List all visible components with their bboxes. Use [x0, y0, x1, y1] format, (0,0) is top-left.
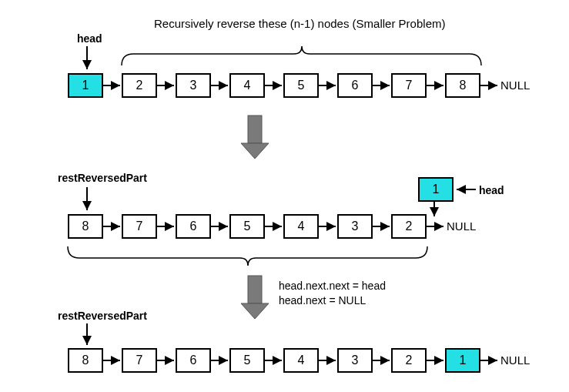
label-rest-reversed-part-bottom: restReversedPart: [58, 310, 147, 322]
row1-node-1: 2: [122, 73, 157, 98]
svg-marker-22: [241, 303, 269, 319]
row3-null: NULL: [500, 353, 530, 367]
svg-rect-21: [248, 276, 262, 303]
row3-node-3: 5: [229, 348, 265, 373]
row3-node-4: 4: [283, 348, 319, 373]
row2-node-4: 4: [283, 214, 319, 239]
row2-node-2: 6: [176, 214, 211, 239]
svg-rect-9: [248, 116, 262, 143]
row1-node-2: 3: [176, 73, 211, 98]
row1-node-3: 4: [229, 73, 265, 98]
row3-node-0: 8: [68, 348, 103, 373]
row2-node-1: 7: [122, 214, 157, 239]
row3-node-2: 6: [176, 348, 211, 373]
label-head-mid: head: [479, 184, 504, 196]
label-head-top: head: [77, 32, 102, 45]
row2-dangling-head-node: 1: [418, 177, 454, 202]
row1-node-7: 8: [445, 73, 480, 98]
row3-node-6: 2: [391, 348, 427, 373]
row3-node-7: 1: [445, 348, 480, 373]
row2-node-3: 5: [229, 214, 265, 239]
row2-node-5: 3: [337, 214, 373, 239]
code-block: head.next.next = head head.next = NULL: [279, 279, 386, 308]
row2-node-6: 2: [391, 214, 427, 239]
diagram-stage: Recursively reverse these (n-1) nodes (S…: [0, 0, 569, 392]
row1-null: NULL: [500, 79, 530, 92]
code-line-2: head.next = NULL: [279, 293, 386, 308]
row3-node-5: 3: [337, 348, 373, 373]
svg-marker-10: [241, 143, 269, 159]
caption-smaller-problem: Recursively reverse these (n-1) nodes (S…: [154, 17, 445, 30]
code-line-1: head.next.next = head: [279, 279, 386, 293]
row2-null: NULL: [447, 219, 476, 233]
row2-node-0: 8: [68, 214, 103, 239]
label-rest-reversed-part-mid: restReversedPart: [58, 172, 147, 184]
row3-node-1: 7: [122, 348, 157, 373]
row1-node-5: 6: [337, 73, 373, 98]
row1-node-4: 5: [283, 73, 319, 98]
row1-node-6: 7: [391, 73, 427, 98]
row1-node-0: 1: [68, 73, 103, 98]
